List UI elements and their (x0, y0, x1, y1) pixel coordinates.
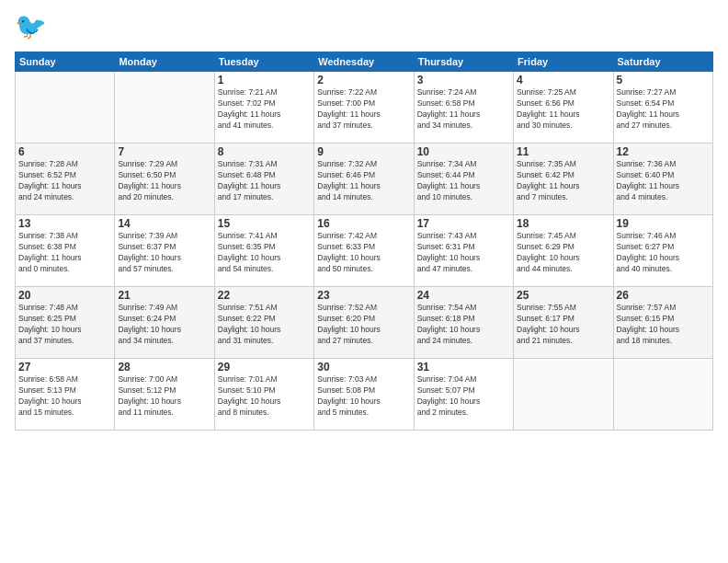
calendar-cell: 15Sunrise: 7:41 AM Sunset: 6:35 PM Dayli… (214, 215, 313, 287)
day-info: Sunrise: 7:22 AM Sunset: 7:00 PM Dayligh… (317, 87, 410, 132)
day-number: 4 (517, 74, 609, 86)
weekday-header: Wednesday (314, 52, 414, 72)
weekday-header: Friday (514, 52, 613, 72)
calendar-cell (115, 72, 214, 144)
day-info: Sunrise: 7:46 AM Sunset: 6:27 PM Dayligh… (617, 231, 710, 275)
calendar-cell: 26Sunrise: 7:57 AM Sunset: 6:15 PM Dayli… (613, 287, 712, 359)
weekday-header: Thursday (414, 52, 513, 72)
day-info: Sunrise: 7:52 AM Sunset: 6:20 PM Dayligh… (317, 303, 410, 347)
day-info: Sunrise: 7:54 AM Sunset: 6:18 PM Dayligh… (417, 303, 510, 347)
day-info: Sunrise: 7:43 AM Sunset: 6:31 PM Dayligh… (417, 231, 510, 275)
day-number: 16 (317, 217, 410, 230)
day-number: 31 (417, 361, 510, 373)
calendar-cell: 20Sunrise: 7:48 AM Sunset: 6:25 PM Dayli… (16, 287, 115, 359)
day-info: Sunrise: 7:41 AM Sunset: 6:35 PM Dayligh… (218, 231, 311, 275)
day-number: 29 (218, 361, 311, 373)
day-info: Sunrise: 7:27 AM Sunset: 6:54 PM Dayligh… (617, 87, 710, 132)
calendar-cell: 22Sunrise: 7:51 AM Sunset: 6:22 PM Dayli… (214, 287, 313, 359)
calendar-cell: 6Sunrise: 7:28 AM Sunset: 6:52 PM Daylig… (16, 144, 115, 215)
calendar-cell: 3Sunrise: 7:24 AM Sunset: 6:58 PM Daylig… (414, 72, 513, 144)
calendar-week-row: 1Sunrise: 7:21 AM Sunset: 7:02 PM Daylig… (16, 72, 713, 144)
day-number: 27 (18, 361, 111, 373)
calendar-cell: 14Sunrise: 7:39 AM Sunset: 6:37 PM Dayli… (115, 215, 214, 287)
calendar-cell: 24Sunrise: 7:54 AM Sunset: 6:18 PM Dayli… (414, 287, 513, 359)
day-info: Sunrise: 7:42 AM Sunset: 6:33 PM Dayligh… (317, 231, 410, 275)
day-number: 22 (218, 289, 311, 302)
day-number: 10 (417, 145, 510, 158)
day-number: 23 (317, 289, 410, 302)
day-info: Sunrise: 7:38 AM Sunset: 6:38 PM Dayligh… (18, 231, 111, 275)
calendar-cell: 29Sunrise: 7:01 AM Sunset: 5:10 PM Dayli… (214, 359, 313, 431)
calendar-cell: 2Sunrise: 7:22 AM Sunset: 7:00 PM Daylig… (314, 72, 414, 144)
day-info: Sunrise: 7:32 AM Sunset: 6:46 PM Dayligh… (317, 159, 410, 203)
logo-icon: 🐦 (15, 11, 48, 44)
calendar-cell: 31Sunrise: 7:04 AM Sunset: 5:07 PM Dayli… (414, 359, 513, 431)
weekday-header: Sunday (16, 52, 115, 72)
calendar-cell: 11Sunrise: 7:35 AM Sunset: 6:42 PM Dayli… (514, 144, 613, 215)
calendar-cell: 16Sunrise: 7:42 AM Sunset: 6:33 PM Dayli… (314, 215, 414, 287)
calendar-cell: 21Sunrise: 7:49 AM Sunset: 6:24 PM Dayli… (115, 287, 214, 359)
day-info: Sunrise: 7:03 AM Sunset: 5:08 PM Dayligh… (317, 374, 410, 419)
weekday-header: Monday (115, 52, 214, 72)
calendar-cell: 4Sunrise: 7:25 AM Sunset: 6:56 PM Daylig… (514, 72, 613, 144)
day-number: 26 (617, 289, 710, 302)
day-number: 14 (118, 217, 210, 230)
day-info: Sunrise: 7:49 AM Sunset: 6:24 PM Dayligh… (118, 303, 210, 347)
calendar-week-row: 13Sunrise: 7:38 AM Sunset: 6:38 PM Dayli… (16, 215, 713, 287)
day-number: 19 (617, 217, 710, 230)
calendar-week-row: 20Sunrise: 7:48 AM Sunset: 6:25 PM Dayli… (16, 287, 713, 359)
day-number: 11 (517, 145, 609, 158)
calendar-week-row: 6Sunrise: 7:28 AM Sunset: 6:52 PM Daylig… (16, 144, 713, 215)
calendar-cell: 25Sunrise: 7:55 AM Sunset: 6:17 PM Dayli… (514, 287, 613, 359)
day-number: 12 (617, 145, 710, 158)
day-info: Sunrise: 7:51 AM Sunset: 6:22 PM Dayligh… (218, 303, 311, 347)
day-number: 15 (218, 217, 311, 230)
day-info: Sunrise: 7:55 AM Sunset: 6:17 PM Dayligh… (517, 303, 609, 347)
day-info: Sunrise: 7:48 AM Sunset: 6:25 PM Dayligh… (18, 303, 111, 347)
day-info: Sunrise: 7:39 AM Sunset: 6:37 PM Dayligh… (118, 231, 210, 275)
day-number: 2 (317, 74, 410, 86)
day-info: Sunrise: 7:28 AM Sunset: 6:52 PM Dayligh… (18, 159, 111, 203)
day-info: Sunrise: 7:36 AM Sunset: 6:40 PM Dayligh… (617, 159, 710, 203)
calendar-cell: 17Sunrise: 7:43 AM Sunset: 6:31 PM Dayli… (414, 215, 513, 287)
calendar-cell: 1Sunrise: 7:21 AM Sunset: 7:02 PM Daylig… (214, 72, 313, 144)
calendar-cell: 7Sunrise: 7:29 AM Sunset: 6:50 PM Daylig… (115, 144, 214, 215)
calendar-cell (16, 72, 115, 144)
day-number: 25 (517, 289, 609, 302)
day-number: 3 (417, 74, 510, 86)
calendar-table: SundayMondayTuesdayWednesdayThursdayFrid… (15, 52, 713, 431)
day-number: 13 (18, 217, 111, 230)
day-info: Sunrise: 7:45 AM Sunset: 6:29 PM Dayligh… (517, 231, 609, 275)
calendar-header-row: SundayMondayTuesdayWednesdayThursdayFrid… (16, 52, 713, 72)
weekday-header: Tuesday (214, 52, 313, 72)
day-number: 1 (218, 74, 311, 86)
weekday-header: Saturday (613, 52, 712, 72)
calendar-cell: 19Sunrise: 7:46 AM Sunset: 6:27 PM Dayli… (613, 215, 712, 287)
header: 🐦 (15, 11, 713, 44)
calendar-cell: 10Sunrise: 7:34 AM Sunset: 6:44 PM Dayli… (414, 144, 513, 215)
day-info: Sunrise: 7:35 AM Sunset: 6:42 PM Dayligh… (517, 159, 609, 203)
day-info: Sunrise: 7:31 AM Sunset: 6:48 PM Dayligh… (218, 159, 311, 203)
calendar-cell: 30Sunrise: 7:03 AM Sunset: 5:08 PM Dayli… (314, 359, 414, 431)
day-info: Sunrise: 7:29 AM Sunset: 6:50 PM Dayligh… (118, 159, 210, 203)
calendar-week-row: 27Sunrise: 6:58 AM Sunset: 5:13 PM Dayli… (16, 359, 713, 431)
calendar-cell: 5Sunrise: 7:27 AM Sunset: 6:54 PM Daylig… (613, 72, 712, 144)
calendar-cell (514, 359, 613, 431)
svg-text:🐦: 🐦 (15, 11, 47, 41)
calendar-cell: 23Sunrise: 7:52 AM Sunset: 6:20 PM Dayli… (314, 287, 414, 359)
day-info: Sunrise: 7:57 AM Sunset: 6:15 PM Dayligh… (617, 303, 710, 347)
calendar-cell: 9Sunrise: 7:32 AM Sunset: 6:46 PM Daylig… (314, 144, 414, 215)
day-number: 20 (18, 289, 111, 302)
day-number: 21 (118, 289, 210, 302)
day-number: 8 (218, 145, 311, 158)
day-info: Sunrise: 7:34 AM Sunset: 6:44 PM Dayligh… (417, 159, 510, 203)
day-info: Sunrise: 7:04 AM Sunset: 5:07 PM Dayligh… (417, 374, 510, 419)
day-info: Sunrise: 6:58 AM Sunset: 5:13 PM Dayligh… (18, 374, 111, 419)
day-number: 5 (617, 74, 710, 86)
day-number: 9 (317, 145, 410, 158)
day-number: 18 (517, 217, 609, 230)
day-info: Sunrise: 7:25 AM Sunset: 6:56 PM Dayligh… (517, 87, 609, 132)
day-info: Sunrise: 7:01 AM Sunset: 5:10 PM Dayligh… (218, 374, 311, 419)
day-info: Sunrise: 7:00 AM Sunset: 5:12 PM Dayligh… (118, 374, 210, 419)
day-number: 7 (118, 145, 210, 158)
